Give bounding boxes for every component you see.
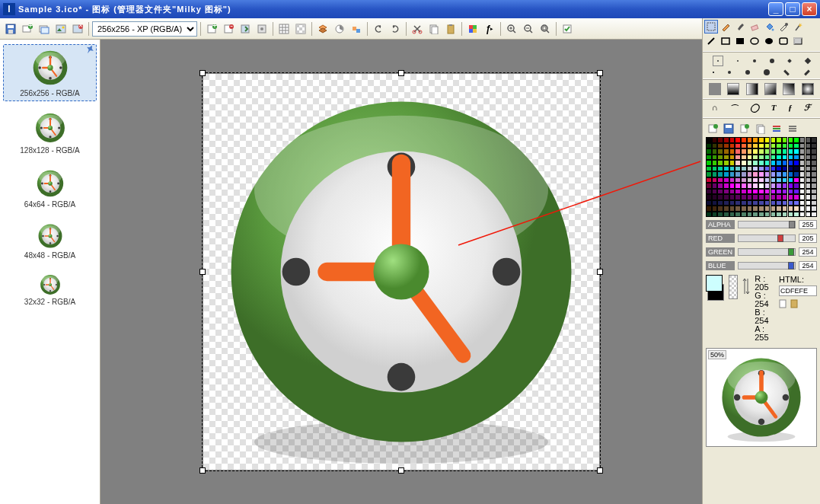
palette-cell[interactable] (723, 137, 729, 143)
brush-shape-6[interactable] (804, 69, 810, 75)
minimize-button[interactable]: _ (768, 2, 783, 16)
palette-cell[interactable] (782, 206, 788, 212)
palette-cell[interactable] (735, 155, 741, 161)
eraser-tool[interactable] (748, 20, 761, 33)
brush-shape-4[interactable] (764, 69, 770, 75)
palette-cell[interactable] (717, 166, 723, 172)
palette-cell[interactable] (717, 189, 723, 195)
palette-cell[interactable] (811, 206, 817, 212)
palette-cell[interactable] (735, 200, 741, 206)
palette-cell[interactable] (788, 155, 794, 161)
palette-cell[interactable] (717, 206, 723, 212)
palette-menu-button[interactable] (786, 122, 799, 136)
palette-cell[interactable] (729, 212, 735, 218)
palette-cell[interactable] (806, 189, 812, 195)
palette-cell[interactable] (811, 171, 817, 177)
palette-sort-button[interactable] (770, 122, 783, 136)
color-palette-button[interactable] (465, 21, 480, 37)
shape-tool-icon[interactable]: ◯ (750, 103, 759, 114)
palette-cell[interactable] (782, 143, 788, 149)
palette-cell[interactable] (806, 177, 812, 183)
gradient-solid[interactable] (709, 83, 721, 95)
size-format-select[interactable]: 256x256 - XP (RGB/A) (92, 21, 197, 37)
palette-cell[interactable] (806, 143, 812, 149)
palette-cell[interactable] (764, 189, 771, 195)
palette-cell[interactable] (758, 171, 764, 177)
palette-cell[interactable] (776, 183, 782, 189)
palette-cell[interactable] (764, 177, 771, 183)
palette-cell[interactable] (811, 189, 817, 195)
palette-cell[interactable] (729, 194, 735, 200)
palette-cell[interactable] (758, 212, 764, 218)
palette-cell[interactable] (776, 171, 782, 177)
palette-cell[interactable] (771, 206, 777, 212)
palette-cell[interactable] (747, 189, 753, 195)
gradient-horiz[interactable] (746, 83, 758, 95)
palette-cell[interactable] (706, 194, 712, 200)
redo-button[interactable] (388, 21, 403, 37)
palette-cell[interactable] (793, 183, 799, 189)
palette-cell[interactable] (771, 177, 777, 183)
brush-size-1[interactable] (713, 56, 723, 66)
check-button[interactable] (560, 21, 575, 37)
checker-button[interactable] (293, 21, 308, 37)
text-tool-icon[interactable]: T (771, 103, 777, 114)
size-item[interactable]: 128x128 - RGB/A (3, 107, 97, 158)
palette-cell[interactable] (788, 200, 794, 206)
palette-cell[interactable] (706, 160, 712, 166)
brush-shape-3[interactable] (745, 70, 750, 75)
palette-cell[interactable] (758, 189, 764, 195)
palette-cell[interactable] (735, 137, 741, 143)
palette-cell[interactable] (806, 137, 812, 143)
palette-cell[interactable] (782, 137, 788, 143)
palette-cell[interactable] (811, 148, 817, 155)
grid-button[interactable] (276, 21, 292, 37)
palette-cell[interactable] (735, 160, 741, 166)
palette-cell[interactable] (752, 160, 758, 166)
palette-cell[interactable] (735, 183, 741, 189)
palette-cell[interactable] (723, 200, 729, 206)
eyedropper-tool[interactable] (777, 20, 790, 33)
palette-cell[interactable] (788, 206, 794, 212)
palette-cell[interactable] (799, 200, 806, 206)
palette-cell[interactable] (717, 137, 723, 143)
palette-cell[interactable] (741, 177, 747, 183)
palette-cell[interactable] (729, 177, 735, 183)
palette-cell[interactable] (788, 171, 794, 177)
palette-cell[interactable] (776, 160, 782, 166)
palette-cell[interactable] (735, 206, 741, 212)
palette-cell[interactable] (811, 137, 817, 143)
zoom-out-button[interactable] (521, 21, 536, 37)
palette-cell[interactable] (747, 206, 753, 212)
palette-cell[interactable] (771, 166, 777, 172)
palette-cell[interactable] (782, 148, 788, 155)
palette-cell[interactable] (706, 137, 712, 143)
palette-cell[interactable] (806, 171, 812, 177)
new-image-button[interactable]: + (20, 21, 35, 37)
size-item[interactable]: 256x256 - RGB/A (3, 44, 97, 101)
palette-cell[interactable] (764, 200, 771, 206)
palette-cell[interactable] (793, 160, 799, 166)
palette-cell[interactable] (729, 200, 735, 206)
palette-cell[interactable] (799, 137, 806, 143)
palette-cell[interactable] (758, 155, 764, 161)
palette-cell[interactable] (741, 171, 747, 177)
palette-cell[interactable] (741, 160, 747, 166)
palette-cell[interactable] (771, 189, 777, 195)
palette-cell[interactable] (806, 166, 812, 172)
palette-cell[interactable] (788, 212, 794, 218)
palette-cell[interactable] (799, 160, 806, 166)
palette-cell[interactable] (712, 177, 718, 183)
palette-cell[interactable] (788, 189, 794, 195)
palette-cell[interactable] (782, 166, 788, 172)
size-item[interactable]: 64x64 - RGB/A (3, 164, 97, 212)
palette-cell[interactable] (752, 212, 758, 218)
palette-cell[interactable] (811, 212, 817, 218)
palette-cell[interactable] (741, 189, 747, 195)
palette-cell[interactable] (752, 189, 758, 195)
palette-cell[interactable] (741, 143, 747, 149)
3d-rect-tool[interactable] (791, 34, 805, 48)
palette-cell[interactable] (723, 183, 729, 189)
html-color-input[interactable] (779, 285, 817, 296)
palette-cell[interactable] (752, 155, 758, 161)
